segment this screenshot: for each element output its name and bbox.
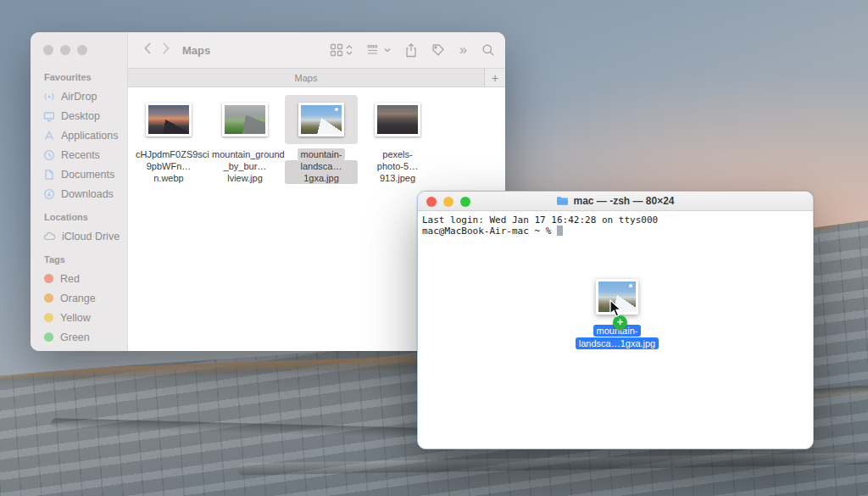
sidebar-item-downloads[interactable]: Downloads <box>43 184 127 203</box>
tab-maps[interactable]: Maps <box>128 69 484 86</box>
green-tag-icon <box>44 332 53 342</box>
red-tag-icon <box>44 274 53 283</box>
tab-label: Maps <box>295 73 318 83</box>
file-item-pexels-photo[interactable]: pexels- photo-5…913.jpeg <box>361 95 434 184</box>
chevron-up-down-icon <box>346 44 353 56</box>
minimize-button[interactable] <box>443 197 453 207</box>
sidebar-item-applications[interactable]: Applications <box>43 125 127 145</box>
rock-ridge <box>0 354 483 386</box>
applications-icon <box>43 130 55 142</box>
search-button[interactable] <box>481 43 495 57</box>
icloud-icon <box>43 231 56 242</box>
sidebar-item-desktop[interactable]: Desktop <box>43 106 127 125</box>
minimize-button[interactable] <box>60 45 70 55</box>
terminal-title-bar[interactable]: mac — -zsh — 80×24 <box>418 192 813 211</box>
sidebar-item-tag-yellow[interactable]: Yellow <box>43 308 127 327</box>
sidebar-item-label: Orange <box>60 293 96 304</box>
file-name: mountain- landsca…1gxa.jpg <box>285 148 358 184</box>
file-name: mountain_ground _by_bur…lview.jpg <box>209 148 281 184</box>
search-icon <box>481 43 495 57</box>
file-thumbnail <box>375 103 420 137</box>
sidebar-item-airdrop[interactable]: AirDrop <box>43 86 127 106</box>
terminal-output-line: Last login: Wed Jan 17 16:42:28 on ttys0… <box>422 215 809 226</box>
grid-view-icon <box>330 43 343 57</box>
group-icon <box>367 44 381 56</box>
file-thumbnail <box>298 103 344 137</box>
file-thumbnail <box>146 103 192 137</box>
sidebar-item-label: Green <box>60 332 90 343</box>
desktop-icon <box>43 110 55 122</box>
sidebar-item-label: Applications <box>61 130 118 142</box>
file-item-mountain-landscape-selected[interactable]: mountain- landsca…1gxa.jpg <box>285 95 358 184</box>
sidebar-item-label: Blue <box>60 351 81 352</box>
sidebar-section-tags: Tags <box>44 254 127 265</box>
file-name: cHJpdmF0ZS9sci 9pbWFn…n.webp <box>132 148 205 184</box>
sidebar-item-tag-blue[interactable]: Blue <box>43 347 127 351</box>
finder-toolbar: Maps » <box>128 32 505 68</box>
sidebar-item-label: iCloud Drive <box>62 231 120 242</box>
terminal-content[interactable]: Last login: Wed Jan 17 16:42:28 on ttys0… <box>418 211 813 240</box>
sidebar-item-label: AirDrop <box>61 91 97 103</box>
sidebar-section-locations: Locations <box>44 212 127 222</box>
window-title: Maps <box>182 44 210 57</box>
rock-ridge <box>237 452 868 475</box>
forward-button[interactable] <box>157 42 175 59</box>
sidebar-item-tag-orange[interactable]: Orange <box>43 288 127 308</box>
double-chevron-icon: » <box>459 44 467 56</box>
sidebar-item-label: Red <box>60 273 80 285</box>
tag-icon <box>431 43 445 57</box>
chevron-right-icon <box>162 42 170 55</box>
chevron-left-icon <box>143 42 152 55</box>
window-controls[interactable] <box>426 197 470 207</box>
mouse-cursor-icon <box>609 299 622 318</box>
sidebar-item-icloud-drive[interactable]: iCloud Drive <box>43 226 127 246</box>
view-options-button[interactable] <box>330 43 353 57</box>
airdrop-icon <box>43 91 55 103</box>
group-button[interactable] <box>367 44 391 56</box>
terminal-prompt: mac@MacBook-Air-mac ~ % <box>422 226 551 237</box>
sidebar-item-label: Yellow <box>60 312 91 324</box>
file-name: pexels- photo-5…913.jpeg <box>361 148 434 184</box>
sidebar-item-label: Recents <box>61 149 100 161</box>
sidebar-item-label: Downloads <box>61 188 114 200</box>
recents-icon <box>43 149 55 161</box>
sidebar-item-tag-green[interactable]: Green <box>43 327 127 347</box>
sidebar-item-documents[interactable]: Documents <box>43 164 127 184</box>
window-controls[interactable] <box>43 45 127 55</box>
terminal-cursor <box>557 226 563 236</box>
tab-bar: Maps + <box>128 68 505 87</box>
sidebar-section-favourites: Favourites <box>44 72 127 82</box>
orange-tag-icon <box>44 293 53 303</box>
close-button[interactable] <box>43 45 53 55</box>
folder-icon <box>556 196 569 206</box>
downloads-icon <box>43 188 55 200</box>
documents-icon <box>43 169 55 181</box>
zoom-button[interactable] <box>77 45 87 55</box>
zoom-button[interactable] <box>460 197 470 207</box>
file-item-webp[interactable]: cHJpdmF0ZS9sci 9pbWFn…n.webp <box>132 95 205 184</box>
terminal-prompt-line: mac@MacBook-Air-mac ~ % <box>422 226 809 237</box>
back-button[interactable] <box>138 42 157 59</box>
sidebar-item-label: Desktop <box>61 110 100 122</box>
file-thumbnail <box>222 103 268 137</box>
sidebar-item-recents[interactable]: Recents <box>43 145 127 164</box>
more-toolbar-items-button[interactable]: » <box>459 44 467 56</box>
new-tab-button[interactable]: + <box>484 69 505 86</box>
yellow-tag-icon <box>44 313 53 322</box>
close-button[interactable] <box>426 197 437 207</box>
share-icon <box>405 43 417 58</box>
file-item-mountain-ground[interactable]: mountain_ground _by_bur…lview.jpg <box>209 95 281 184</box>
tag-button[interactable] <box>431 43 445 57</box>
share-button[interactable] <box>405 43 417 58</box>
finder-sidebar: Favourites AirDrop Desktop Applications … <box>31 32 128 351</box>
sidebar-item-label: Documents <box>61 169 114 181</box>
terminal-window-title: mac — -zsh — 80×24 <box>573 195 674 207</box>
plus-icon: + <box>492 71 498 85</box>
chevron-down-icon <box>384 47 391 53</box>
sidebar-item-tag-red[interactable]: Red <box>43 269 127 288</box>
